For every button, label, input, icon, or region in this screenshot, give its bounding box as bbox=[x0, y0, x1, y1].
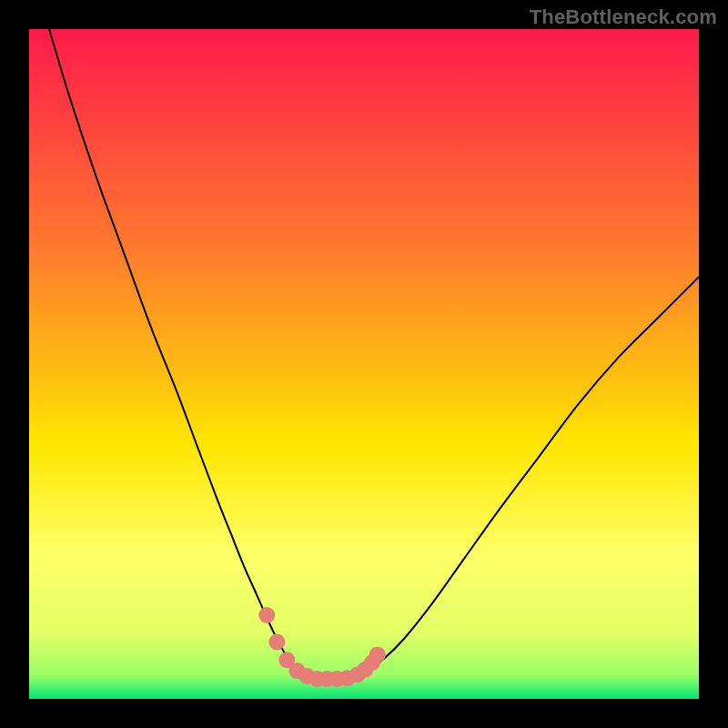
chart-svg bbox=[29, 29, 699, 699]
highlight-marker bbox=[258, 607, 275, 623]
highlight-marker bbox=[268, 633, 285, 650]
plot-area bbox=[29, 29, 699, 699]
chart-frame: TheBottleneck.com bbox=[0, 0, 728, 728]
highlight-marker bbox=[369, 646, 386, 662]
watermark-text: TheBottleneck.com bbox=[530, 5, 717, 29]
gradient-background bbox=[29, 29, 699, 699]
